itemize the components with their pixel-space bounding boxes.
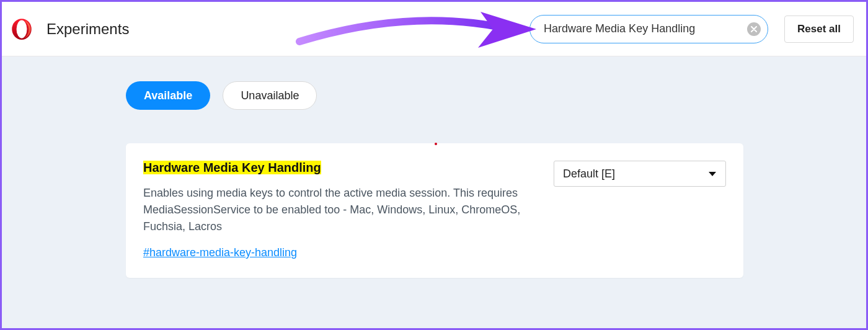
tab-bar: Available Unavailable xyxy=(126,81,866,110)
tab-available[interactable]: Available xyxy=(126,81,210,110)
flag-title: Hardware Media Key Handling xyxy=(143,161,321,174)
flag-state-select[interactable]: Default [E] xyxy=(554,161,726,187)
clear-search-icon[interactable] xyxy=(747,22,761,36)
chevron-down-icon xyxy=(708,167,717,181)
tab-unavailable[interactable]: Unavailable xyxy=(223,81,317,110)
svg-point-1 xyxy=(17,20,27,38)
annotation-dot xyxy=(435,143,437,145)
content-area: Available Unavailable Hardware Media Key… xyxy=(2,56,866,328)
reset-all-button[interactable]: Reset all xyxy=(784,16,854,43)
flag-hash-link[interactable]: #hardware-media-key-handling xyxy=(143,246,297,259)
flag-card: Hardware Media Key Handling Enables usin… xyxy=(126,143,743,278)
opera-logo-icon xyxy=(11,18,33,40)
header-bar: Experiments Reset all xyxy=(2,2,866,56)
page-title: Experiments xyxy=(46,20,129,38)
search-container xyxy=(529,15,768,43)
flag-state-value: Default [E] xyxy=(563,167,615,181)
flag-description: Enables using media keys to control the … xyxy=(143,185,521,235)
search-input[interactable] xyxy=(529,15,768,43)
